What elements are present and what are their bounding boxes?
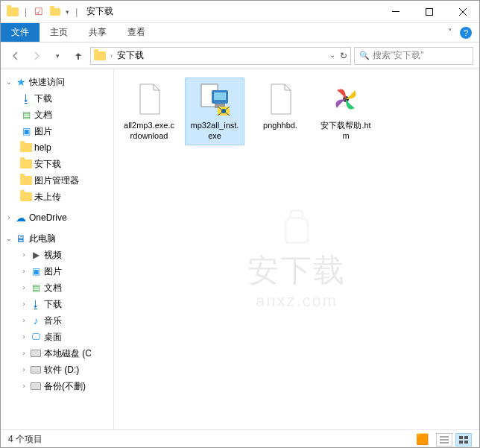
search-input[interactable]: 🔍 搜索"安下载" xyxy=(354,47,473,65)
desktop-icon: 🖵 xyxy=(30,331,42,343)
help-icon[interactable]: ? xyxy=(460,27,472,39)
window-controls xyxy=(379,1,479,22)
expand-icon[interactable]: › xyxy=(20,317,28,324)
watermark-url: anxz.com xyxy=(247,291,346,310)
label: 备份(不删) xyxy=(44,380,86,393)
qat-dropdown-icon[interactable]: ▾ xyxy=(66,8,69,16)
item-count: 4 个项目 xyxy=(8,433,42,446)
watermark: 安下载 anxz.com xyxy=(247,209,346,310)
breadcrumb[interactable]: 安下载 xyxy=(117,49,144,62)
maximize-button[interactable] xyxy=(412,1,446,22)
refresh-icon[interactable]: ↻ xyxy=(340,51,347,61)
picture-icon: ▣ xyxy=(20,125,32,137)
file-icon xyxy=(131,81,167,117)
expand-icon[interactable]: › xyxy=(20,251,28,259)
tab-file[interactable]: 文件 xyxy=(1,23,40,42)
drive-icon xyxy=(30,347,42,359)
sidebar-item[interactable]: ›♪音乐 xyxy=(1,312,113,329)
tab-home[interactable]: 主页 xyxy=(40,23,78,42)
label: 此电脑 xyxy=(29,233,56,245)
address-bar: ▾ › 安下载 ⌄ ↻ 🔍 搜索"安下载" xyxy=(1,42,479,69)
file-name: all2mp3.exe.crdownload xyxy=(123,120,175,142)
tab-share[interactable]: 共享 xyxy=(78,23,117,42)
sidebar-this-pc[interactable]: ⌄ 🖥 此电脑 xyxy=(1,230,113,247)
check-icon[interactable]: ☑ xyxy=(33,6,45,18)
body: ⌄ ★ 快速访问 ⭳下载▤文档▣图片help安下载图片管理器未上传 › ☁ On… xyxy=(1,69,479,429)
label: 未上传 xyxy=(34,191,61,204)
svg-rect-1 xyxy=(426,8,432,15)
back-button[interactable] xyxy=(7,47,25,65)
view-switcher: 🟧 xyxy=(416,433,472,447)
chevron-right-icon[interactable]: › xyxy=(110,52,113,60)
document-icon: ▤ xyxy=(30,282,42,294)
svg-rect-16 xyxy=(464,441,468,444)
label: 文档 xyxy=(34,109,52,122)
sidebar-item[interactable]: ▤文档 xyxy=(1,107,113,123)
separator: | xyxy=(25,7,27,17)
expand-icon[interactable]: › xyxy=(20,284,28,291)
details-view-button[interactable] xyxy=(436,433,452,447)
sidebar-item[interactable]: ›▣图片 xyxy=(1,263,113,280)
minimize-button[interactable] xyxy=(379,1,412,22)
icons-view-button[interactable] xyxy=(455,433,472,447)
titlebar: | ☑ ▾ | 安下载 xyxy=(1,1,479,23)
forward-button[interactable] xyxy=(28,47,45,65)
collapse-icon[interactable]: ⌄ xyxy=(5,235,13,242)
close-button[interactable] xyxy=(446,1,479,22)
svg-point-8 xyxy=(221,109,226,113)
music-icon: ♪ xyxy=(30,315,42,326)
expand-icon[interactable]: › xyxy=(20,300,28,308)
sidebar-item[interactable]: 未上传 xyxy=(1,189,113,205)
sidebar-item[interactable]: ›备份(不删) xyxy=(1,378,113,394)
sidebar-item[interactable]: ›软件 (D:) xyxy=(1,362,113,378)
file-item[interactable]: pnghhbd. xyxy=(251,78,309,145)
svg-rect-15 xyxy=(459,441,463,444)
search-icon: 🔍 xyxy=(359,51,370,60)
expand-icon[interactable]: › xyxy=(20,350,28,357)
sidebar-item[interactable]: ⭳下载 xyxy=(1,90,113,107)
sidebar-quick-access[interactable]: ⌄ ★ 快速访问 xyxy=(1,74,113,90)
label: 音乐 xyxy=(44,315,62,327)
file-name: pnghhbd. xyxy=(263,120,297,130)
tab-view[interactable]: 查看 xyxy=(117,23,156,42)
ime-icon: 🟧 xyxy=(416,433,429,447)
expand-icon[interactable]: › xyxy=(20,333,28,341)
expand-icon[interactable]: › xyxy=(20,268,28,275)
file-pane[interactable]: all2mp3.exe.crdownload mp32all_inst.exep… xyxy=(114,69,479,429)
expand-icon[interactable]: › xyxy=(5,214,13,221)
label: 安下载 xyxy=(34,158,61,171)
star-icon: ★ xyxy=(15,76,27,88)
navigation-pane[interactable]: ⌄ ★ 快速访问 ⭳下载▤文档▣图片help安下载图片管理器未上传 › ☁ On… xyxy=(1,69,114,429)
sidebar-onedrive[interactable]: › ☁ OneDrive xyxy=(1,209,113,226)
sidebar-item[interactable]: ›▤文档 xyxy=(1,280,113,296)
folder-small-icon[interactable] xyxy=(49,6,61,18)
sidebar-item[interactable]: ›⭳下载 xyxy=(1,296,113,312)
expand-icon[interactable]: › xyxy=(20,366,28,373)
ribbon-expand-icon[interactable]: ˅ xyxy=(448,28,452,37)
collapse-icon[interactable]: ⌄ xyxy=(5,78,13,86)
sidebar-item[interactable]: ›本地磁盘 (C xyxy=(1,345,113,362)
sidebar-item[interactable]: help xyxy=(1,139,113,156)
svg-rect-0 xyxy=(392,11,400,12)
label: 视频 xyxy=(44,249,62,262)
label: 软件 (D:) xyxy=(44,364,79,376)
address-dropdown-icon[interactable]: ⌄ xyxy=(329,51,335,61)
folder-icon xyxy=(20,158,32,170)
download-icon: ⭳ xyxy=(30,298,42,310)
file-item[interactable]: 安下载帮助.htm xyxy=(317,78,375,145)
file-icon xyxy=(262,81,298,117)
sidebar-item[interactable]: 安下载 xyxy=(1,156,113,172)
file-item[interactable]: all2mp3.exe.crdownload xyxy=(120,78,178,145)
expand-icon[interactable]: › xyxy=(20,382,28,390)
sidebar-item[interactable]: ▣图片 xyxy=(1,123,113,139)
svg-rect-13 xyxy=(459,436,463,439)
address-box[interactable]: › 安下载 ⌄ ↻ xyxy=(90,47,351,65)
sidebar-item[interactable]: ›▶视频 xyxy=(1,247,113,263)
recent-dropdown-icon[interactable]: ▾ xyxy=(48,47,66,65)
sidebar-item[interactable]: ›🖵桌面 xyxy=(1,329,113,345)
file-item[interactable]: mp32all_inst.exe xyxy=(186,78,244,145)
svg-rect-14 xyxy=(464,436,468,439)
up-button[interactable] xyxy=(69,47,87,65)
separator2: | xyxy=(75,7,78,17)
sidebar-item[interactable]: 图片管理器 xyxy=(1,172,113,189)
